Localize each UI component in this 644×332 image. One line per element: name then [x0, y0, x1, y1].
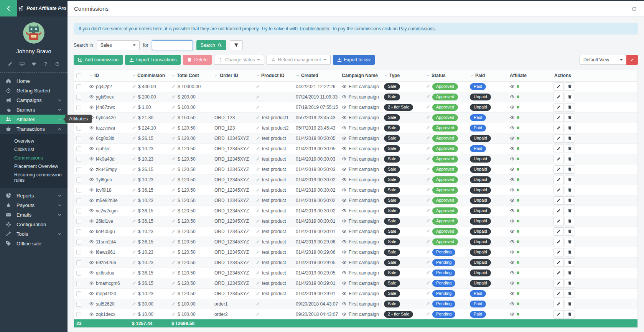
eye-icon[interactable]	[342, 208, 347, 213]
pencil-icon[interactable]	[132, 219, 136, 223]
edit-row-button[interactable]	[553, 289, 564, 298]
eye-icon[interactable]	[510, 219, 515, 224]
eye-icon[interactable]	[342, 136, 347, 141]
sidebar-item-offline-sale[interactable]: Offline sale	[0, 239, 68, 248]
pencil-icon[interactable]	[132, 260, 136, 265]
pencil-icon[interactable]	[171, 136, 176, 140]
pencil-icon[interactable]	[426, 146, 430, 150]
pencil-icon[interactable]	[256, 105, 260, 109]
eye-icon[interactable]	[510, 84, 515, 89]
edit-row-button[interactable]	[553, 124, 564, 132]
delete-row-button[interactable]	[565, 82, 575, 91]
pencil-icon[interactable]	[132, 95, 136, 99]
sidebar-item-affiliates[interactable]: Affiliates	[0, 115, 68, 124]
pencil-icon[interactable]	[132, 146, 136, 151]
eye-icon[interactable]	[510, 125, 515, 130]
delete-row-button[interactable]	[565, 93, 575, 101]
pencil-icon[interactable]	[132, 291, 136, 296]
eye-icon[interactable]	[342, 270, 347, 275]
row-checkbox[interactable]	[76, 240, 81, 245]
pencil-icon[interactable]	[256, 260, 260, 265]
edit-row-button[interactable]	[553, 145, 564, 153]
eye-icon[interactable]	[510, 198, 515, 203]
eye-icon[interactable]	[89, 229, 94, 234]
pencil-icon[interactable]	[132, 136, 136, 140]
sidebar-subitem-overview[interactable]: Overview	[0, 137, 68, 145]
eye-icon[interactable]	[89, 94, 94, 99]
eye-icon[interactable]	[89, 208, 94, 213]
pencil-icon[interactable]	[132, 198, 136, 202]
pencil-icon[interactable]	[256, 178, 260, 182]
refresh-icon[interactable]	[631, 6, 637, 12]
sort-chevron-icon[interactable]	[426, 73, 430, 77]
eye-icon[interactable]	[89, 270, 94, 275]
column-header-created[interactable]: Created	[293, 70, 339, 81]
column-header-id[interactable]: ID	[87, 70, 130, 81]
pencil-icon[interactable]	[426, 115, 430, 119]
eye-icon[interactable]	[510, 156, 515, 161]
pencil-icon[interactable]	[132, 84, 136, 89]
pencil-icon[interactable]	[132, 178, 136, 182]
eye-icon[interactable]	[510, 250, 515, 255]
pencil-icon[interactable]	[426, 94, 430, 99]
pencil-icon[interactable]	[256, 291, 260, 296]
sidebar-item-configuration[interactable]: Configuration	[0, 220, 68, 229]
eye-icon[interactable]	[89, 136, 94, 141]
pencil-icon[interactable]	[426, 312, 430, 316]
edit-row-button[interactable]	[553, 279, 564, 288]
eye-icon[interactable]	[89, 84, 94, 89]
troubleshooter-link[interactable]: Troubleshooter	[299, 26, 329, 31]
edit-row-button[interactable]	[553, 310, 564, 319]
pencil-icon[interactable]	[171, 271, 176, 275]
sidebar-subitem-commissions[interactable]: Commissions	[0, 154, 68, 162]
row-checkbox[interactable]	[76, 84, 81, 89]
pencil-icon[interactable]	[132, 105, 136, 109]
sort-chevron-icon[interactable]	[256, 73, 260, 77]
sidebar-item-home[interactable]: Home	[0, 76, 68, 86]
delete-row-button[interactable]	[565, 145, 575, 153]
eye-icon[interactable]	[510, 281, 515, 286]
pencil-icon[interactable]	[426, 260, 430, 264]
pencil-icon[interactable]	[426, 167, 430, 171]
filter-button[interactable]	[230, 40, 243, 50]
pencil-icon[interactable]	[256, 115, 260, 120]
pencil-icon[interactable]	[132, 250, 136, 254]
pencil-icon[interactable]	[426, 156, 430, 161]
edit-row-button[interactable]	[553, 176, 564, 184]
eye-icon[interactable]	[342, 291, 347, 296]
eye-icon[interactable]	[342, 84, 347, 89]
pencil-icon[interactable]	[132, 302, 136, 306]
eye-icon[interactable]	[510, 260, 515, 265]
pencil-icon[interactable]	[256, 126, 260, 130]
eye-icon[interactable]	[342, 281, 347, 286]
pencil-icon[interactable]	[171, 146, 176, 151]
eye-icon[interactable]	[89, 301, 94, 306]
delete-row-button[interactable]	[565, 269, 575, 277]
sort-chevron-icon[interactable]	[296, 73, 300, 77]
sidebar-subitem-recurring-commission-rules[interactable]: Recurring commission rules	[0, 171, 68, 184]
edit-row-button[interactable]	[553, 134, 564, 143]
pencil-icon[interactable]	[426, 125, 430, 130]
sort-chevron-icon[interactable]	[171, 73, 175, 77]
pencil-icon[interactable]	[171, 167, 176, 171]
edit-row-button[interactable]	[553, 155, 564, 163]
sidebar-item-payouts[interactable]: Payouts	[0, 201, 68, 210]
edit-row-button[interactable]	[553, 300, 564, 308]
eye-icon[interactable]	[342, 125, 347, 130]
eye-icon[interactable]	[510, 291, 515, 296]
delete-button[interactable]: Delete	[183, 55, 212, 65]
row-checkbox[interactable]	[76, 281, 81, 286]
column-header-actions[interactable]: Actions	[552, 70, 637, 81]
pencil-icon[interactable]	[256, 157, 260, 161]
pencil-icon[interactable]	[132, 126, 136, 130]
eye-icon[interactable]	[89, 177, 94, 182]
delete-row-button[interactable]	[565, 258, 575, 267]
pencil-icon[interactable]	[132, 240, 136, 244]
edit-row-button[interactable]	[553, 217, 564, 225]
sidebar-item-getting-started[interactable]: Getting Started	[0, 86, 68, 95]
pencil-icon[interactable]	[426, 208, 430, 212]
edit-row-button[interactable]	[553, 82, 564, 91]
pencil-icon[interactable]	[171, 250, 176, 254]
add-commission-button[interactable]: Add commission	[74, 55, 123, 65]
pencil-icon[interactable]	[426, 250, 430, 254]
